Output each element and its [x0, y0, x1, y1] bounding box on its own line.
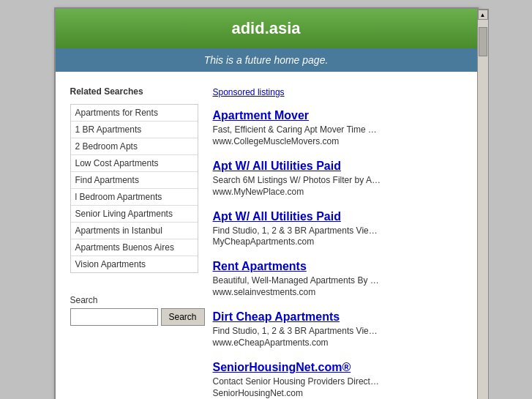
sponsored-link[interactable]: Sponsored listings [213, 87, 285, 97]
ad-url: www.selainvestments.com [213, 287, 462, 297]
subtitle: This is a future home page. [204, 54, 329, 66]
ad-url: www.CollegeMuscleMovers.com [213, 136, 462, 146]
related-link[interactable]: Senior Living Apartments [71, 206, 198, 223]
scrollbar-track[interactable] [478, 20, 488, 399]
search-label: Search [70, 295, 198, 305]
related-link-item: Apartments for Rents [71, 105, 198, 122]
related-link-item: 1 BR Apartments [71, 122, 198, 138]
ad-item: Apt W/ All Utilities PaidSearch 6M Listi… [213, 160, 462, 197]
related-link-item: Low Cost Apartments [71, 155, 198, 172]
search-area: Search Search [70, 295, 198, 326]
ad-description: Beautiful, Well-Managed Apartments By th… [213, 275, 381, 287]
related-links-list: Apartments for Rents1 BR Apartments2 Bed… [70, 104, 198, 273]
ad-title[interactable]: Apartment Mover [213, 109, 310, 122]
related-link[interactable]: Low Cost Apartments [71, 155, 198, 172]
scroll-up-arrow[interactable]: ▲ [478, 10, 488, 20]
related-link[interactable]: 1 BR Apartments [71, 122, 198, 138]
ad-description: Fast, Efficient & Caring Apt Mover Time … [213, 124, 381, 136]
header-green: adid.asia [56, 9, 477, 48]
related-link-item: Apartments Buenos Aires [71, 239, 198, 256]
related-link[interactable]: Find Apartments [71, 172, 198, 189]
search-input[interactable] [70, 308, 158, 326]
ad-item: SeniorHousingNet.com®Contact Senior Hous… [213, 361, 462, 398]
related-searches-title: Related Searches [70, 86, 198, 97]
ad-title[interactable]: SeniorHousingNet.com® [213, 361, 351, 374]
related-link[interactable]: Apartments for Rents [71, 105, 198, 122]
related-link[interactable]: 2 Bedroom Apts [71, 138, 198, 155]
related-link[interactable]: Vision Apartments [71, 256, 198, 272]
related-link-item: Senior Living Apartments [71, 206, 198, 223]
content-area: Related Searches Apartments for Rents1 B… [56, 72, 477, 399]
search-row: Search [70, 308, 198, 326]
ad-item: Apartment MoverFast, Efficient & Caring … [213, 109, 462, 146]
ad-url: www.MyNewPlace.com [213, 187, 462, 197]
ad-url: SeniorHousingNet.com [213, 388, 462, 398]
related-link[interactable]: Apartments in Istanbul [71, 223, 198, 239]
related-link-item: Vision Apartments [71, 256, 198, 272]
ad-description: Search 6M Listings W/ Photos Filter by A… [213, 174, 381, 187]
related-link[interactable]: Apartments Buenos Aires [71, 239, 198, 256]
ad-description: Find Studio, 1, 2 & 3 BR Apartments View… [213, 325, 381, 338]
ad-title[interactable]: Apt W/ All Utilities Paid [213, 210, 341, 223]
related-link-item: Apartments in Istanbul [71, 223, 198, 239]
domain-name: adid.asia [231, 19, 300, 37]
ads-container: Apartment MoverFast, Efficient & Caring … [213, 109, 462, 398]
related-link-item: Find Apartments [71, 172, 198, 189]
scrollbar[interactable]: ▲ ▼ [477, 9, 489, 399]
related-link[interactable]: l Bedroom Apartments [71, 189, 198, 206]
left-column: Related Searches Apartments for Rents1 B… [70, 86, 198, 399]
scrollbar-thumb[interactable] [479, 27, 487, 56]
related-link-item: 2 Bedroom Apts [71, 138, 198, 155]
ad-item: Dirt Cheap ApartmentsFind Studio, 1, 2 &… [213, 310, 462, 348]
ad-item: Rent ApartmentsBeautiful, Well-Managed A… [213, 260, 462, 297]
header-blue: This is a future home page. [56, 48, 477, 72]
right-column: Sponsored listings Apartment MoverFast, … [213, 86, 462, 399]
ad-description: Find Studio, 1, 2 & 3 BR Apartments View… [213, 225, 381, 237]
related-link-item: l Bedroom Apartments [71, 189, 198, 206]
ad-url: www.eCheapApartments.com [213, 338, 462, 348]
ad-title[interactable]: Dirt Cheap Apartments [213, 310, 340, 324]
ad-description: Contact Senior Housing Providers Directl… [213, 376, 381, 388]
ad-title[interactable]: Apt W/ All Utilities Paid [213, 160, 341, 173]
search-button[interactable]: Search [161, 308, 205, 326]
ad-title[interactable]: Rent Apartments [213, 260, 307, 273]
ad-item: Apt W/ All Utilities PaidFind Studio, 1,… [213, 210, 462, 247]
ad-url: MyCheapApartments.com [213, 236, 462, 247]
browser-window: adid.asia This is a future home page. Re… [54, 7, 479, 399]
